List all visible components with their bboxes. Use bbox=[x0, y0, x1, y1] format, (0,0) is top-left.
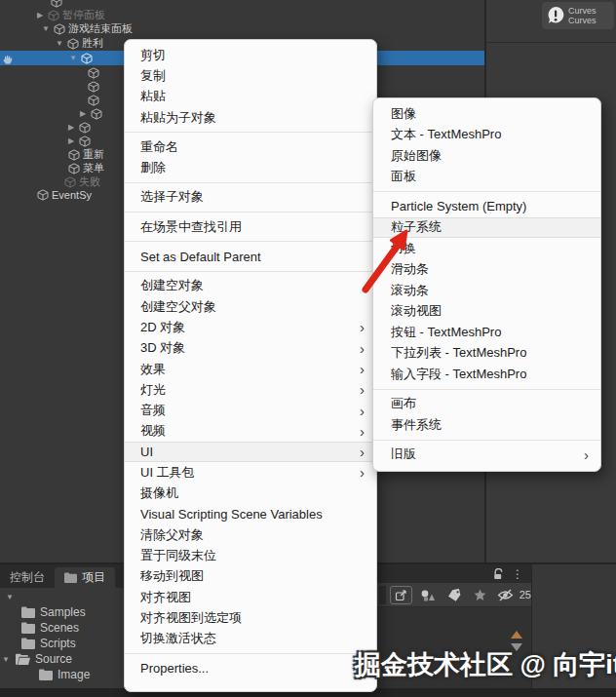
menu-item[interactable]: 粘贴为子对象 bbox=[125, 107, 376, 128]
menu-item[interactable]: 文本 - TextMeshPro bbox=[373, 125, 600, 146]
foldout-arrow-icon[interactable]: ▼ bbox=[41, 24, 51, 33]
foldout-arrow-icon[interactable]: ▶ bbox=[66, 123, 76, 132]
menu-item[interactable]: 灯光 › bbox=[125, 379, 376, 400]
menu-item[interactable]: 输入字段 - TextMeshPro bbox=[373, 364, 600, 385]
folder-icon bbox=[21, 606, 35, 618]
menu-item[interactable]: 图像 bbox=[373, 103, 600, 125]
foldout-arrow-icon[interactable]: ▼ bbox=[6, 593, 15, 601]
gameobject-cube-icon bbox=[64, 176, 76, 188]
visibility-off-icon[interactable] bbox=[495, 586, 514, 604]
pane-header: ⋮ bbox=[377, 564, 531, 583]
menu-item[interactable]: 3D 对象 › bbox=[125, 338, 376, 359]
menu-item-label: Particle System (Empty) bbox=[391, 199, 589, 213]
hidden-object-count: 25 bbox=[520, 589, 531, 600]
menu-item[interactable]: Visual Scripting Scene Variables bbox=[125, 504, 376, 524]
menu-item[interactable]: 删除 bbox=[125, 157, 376, 177]
menu-item[interactable]: 下拉列表 - TextMeshPro bbox=[373, 343, 600, 365]
tab-project[interactable]: 项目 bbox=[55, 567, 115, 588]
tab-console[interactable]: 控制台 bbox=[0, 567, 55, 588]
menu-item[interactable]: 画布 bbox=[373, 394, 600, 415]
menu-item[interactable]: 选择子对象 bbox=[125, 187, 376, 208]
menu-item[interactable]: 原始图像 bbox=[373, 145, 600, 167]
menu-item[interactable]: 移动到视图 bbox=[125, 566, 376, 587]
menu-separator bbox=[125, 241, 376, 242]
menu-item[interactable]: Particle System (Empty) bbox=[373, 196, 600, 217]
maximize-icon[interactable] bbox=[390, 586, 412, 604]
tag-icon[interactable] bbox=[443, 586, 465, 604]
menu-item[interactable]: 事件系统 bbox=[373, 414, 600, 436]
menu-item-label: 3D 对象 bbox=[140, 339, 360, 357]
submenu-chevron-icon: › bbox=[360, 404, 365, 418]
menu-item[interactable]: 对齐视图到选定项 bbox=[125, 607, 376, 628]
menu-item-label: 音频 bbox=[140, 402, 360, 419]
gameobject-cube-icon bbox=[79, 136, 91, 147]
menu-item-label: 面板 bbox=[391, 168, 589, 185]
foldout-arrow-icon[interactable]: ▶ bbox=[78, 109, 88, 118]
folder-icon bbox=[21, 622, 35, 634]
project-item-label: Samples bbox=[40, 605, 86, 619]
open-folder-icon bbox=[16, 653, 30, 665]
scroll-up-icon[interactable] bbox=[511, 631, 522, 639]
lock-icon[interactable] bbox=[493, 568, 504, 580]
submenu-chevron-icon: › bbox=[360, 424, 365, 439]
hierarchy-row[interactable]: ▼ 游戏结束面板 bbox=[0, 21, 484, 36]
menu-item[interactable]: 在场景中查找引用 bbox=[125, 216, 376, 237]
menu-item[interactable]: 按钮 - TextMeshPro bbox=[373, 322, 600, 343]
unity-editor: ▶ 暂停面板 ▼ 游戏结束面板 ▼ bbox=[0, 0, 616, 697]
menu-item-label: 滑动条 bbox=[391, 260, 589, 278]
menu-item[interactable]: 切换激活状态 bbox=[125, 629, 376, 649]
folder-icon bbox=[64, 572, 77, 583]
menu-item[interactable]: 创建空父对象 bbox=[125, 296, 376, 317]
menu-item-label: Visual Scripting Scene Variables bbox=[140, 507, 365, 522]
menu-item[interactable]: Set as Default Parent bbox=[125, 246, 376, 266]
menu-item-label: 删除 bbox=[140, 159, 365, 176]
kebab-menu-icon[interactable]: ⋮ bbox=[512, 567, 523, 581]
gameobject-cube-icon bbox=[88, 95, 99, 106]
folder-icon bbox=[39, 669, 53, 680]
menu-item-label: 画布 bbox=[391, 395, 589, 412]
project-item-label: Scripts bbox=[40, 637, 76, 650]
foldout-arrow-icon[interactable]: ▼ bbox=[2, 655, 11, 664]
menu-item[interactable]: 粘贴 bbox=[125, 87, 376, 107]
toolbar-button-partial[interactable] bbox=[379, 586, 386, 604]
gameobject-cube-icon bbox=[81, 53, 93, 64]
menu-item[interactable]: 复制 bbox=[125, 65, 376, 86]
star-icon[interactable] bbox=[469, 586, 491, 604]
menu-item[interactable]: Properties... bbox=[125, 658, 376, 678]
menu-item[interactable]: 摄像机 bbox=[125, 484, 376, 504]
menu-item[interactable]: 面板 bbox=[373, 167, 600, 188]
menu-item[interactable]: 清除父对象 bbox=[125, 524, 376, 545]
tab-label: 控制台 bbox=[10, 569, 45, 586]
menu-item[interactable]: 置于同级末位 bbox=[125, 546, 376, 566]
menu-item[interactable]: 效果 › bbox=[125, 359, 376, 379]
gizmo-shapes-icon[interactable] bbox=[416, 586, 439, 604]
foldout-arrow-icon[interactable]: ▼ bbox=[55, 39, 64, 48]
menu-item[interactable]: 旧版 › bbox=[373, 445, 600, 466]
menu-item[interactable]: 视频 › bbox=[125, 421, 376, 442]
menu-item-label: Properties... bbox=[140, 661, 365, 676]
menu-separator bbox=[125, 271, 376, 272]
menu-item[interactable]: 音频 › bbox=[125, 400, 376, 420]
menu-item[interactable]: 2D 对象 › bbox=[125, 317, 376, 337]
menu-item-label: 滚动视图 bbox=[391, 302, 589, 320]
menu-item[interactable]: UI › bbox=[125, 442, 376, 462]
menu-item[interactable]: 创建空对象 bbox=[125, 276, 376, 296]
foldout-arrow-icon[interactable]: ▶ bbox=[35, 11, 45, 19]
gameobject-cube-icon bbox=[68, 163, 80, 174]
menu-item[interactable]: UI 工具包 › bbox=[125, 462, 376, 483]
menu-item-label: 图像 bbox=[391, 105, 589, 123]
menu-item[interactable]: 剪切 bbox=[125, 45, 376, 65]
menu-item[interactable]: 滚动视图 bbox=[373, 301, 600, 323]
console-notice[interactable]: Curves Curves bbox=[542, 2, 614, 29]
menu-item-label: 复制 bbox=[140, 67, 365, 85]
hand-drag-icon bbox=[2, 53, 15, 70]
menu-item[interactable]: 重命名 bbox=[125, 136, 376, 157]
menu-item[interactable]: 对齐视图 bbox=[125, 587, 376, 607]
menu-item-label: 清除父对象 bbox=[140, 526, 365, 544]
foldout-arrow-icon[interactable]: ▼ bbox=[68, 54, 78, 62]
menu-item-label: 对齐视图 bbox=[140, 589, 365, 606]
gameobject-cube-icon bbox=[67, 38, 79, 50]
hierarchy-row[interactable]: ▶ 暂停面板 bbox=[0, 8, 484, 22]
foldout-arrow-icon[interactable]: ▶ bbox=[66, 136, 76, 145]
menu-item-label: UI 工具包 bbox=[140, 464, 360, 482]
